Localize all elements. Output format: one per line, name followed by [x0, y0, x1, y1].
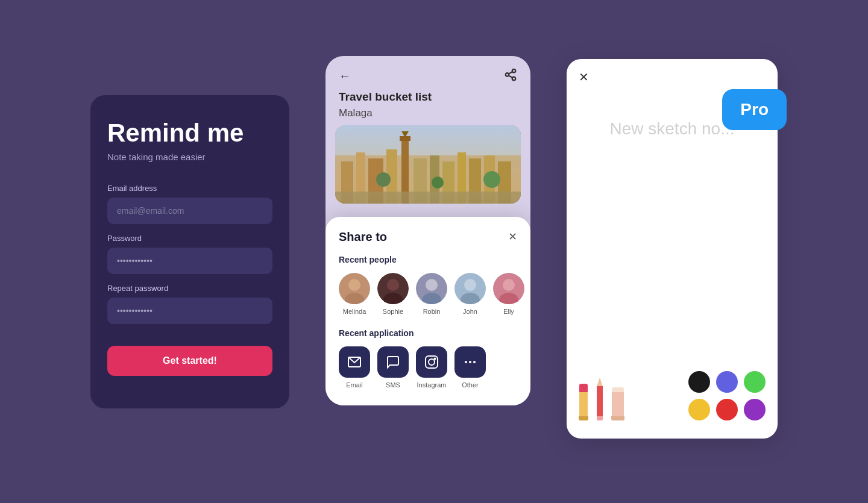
- svg-line-3: [509, 75, 512, 78]
- svg-rect-24: [335, 192, 521, 204]
- person-robin[interactable]: Robin: [416, 273, 447, 315]
- sms-app-icon: [377, 346, 409, 378]
- avatar-sophie: [377, 273, 409, 304]
- person-name: Sophie: [383, 308, 403, 315]
- repeat-label: Repeat password: [107, 284, 272, 293]
- app-name: Email: [346, 381, 363, 389]
- travel-image: [335, 125, 521, 204]
- svg-point-23: [483, 171, 500, 188]
- svg-rect-44: [426, 356, 438, 368]
- app-sms[interactable]: SMS: [377, 346, 409, 389]
- eraser-tool[interactable]: [611, 387, 624, 420]
- avatar-melinda: [339, 273, 370, 304]
- color-yellow[interactable]: [688, 399, 710, 420]
- repeat-password-input[interactable]: [107, 298, 272, 324]
- share-apps-list: Email SMS: [339, 346, 517, 389]
- person-name: John: [463, 308, 477, 315]
- app-instagram[interactable]: Instagram: [416, 346, 447, 389]
- person-elly[interactable]: Elly: [493, 273, 524, 315]
- color-black[interactable]: [688, 371, 710, 393]
- avatar-elly: [493, 273, 524, 304]
- svg-point-49: [473, 361, 476, 363]
- avatar-robin: [416, 273, 447, 304]
- share-people-list: Melinda Sophie: [339, 273, 517, 315]
- pencil-tool[interactable]: [597, 378, 603, 420]
- eraser-body-shape: [612, 392, 624, 416]
- eraser-cap-shape: [612, 387, 624, 392]
- travel-card-wrapper: ← Travel bucket list Malaga: [326, 56, 530, 448]
- pencil-tip-shape: [597, 378, 603, 386]
- svg-point-26: [348, 279, 360, 291]
- repeat-password-group: Repeat password: [107, 284, 272, 324]
- svg-point-45: [429, 359, 435, 365]
- share-icon[interactable]: [504, 68, 517, 84]
- app-name: SMS: [386, 381, 400, 389]
- other-app-icon: [454, 346, 486, 378]
- remind-subtitle: Note taking made easier: [107, 152, 272, 162]
- password-input[interactable]: [107, 248, 272, 274]
- lipstick-body-shape: [579, 392, 588, 416]
- email-label: Email address: [107, 184, 272, 193]
- svg-point-32: [426, 279, 438, 291]
- app-name: Instagram: [417, 381, 447, 389]
- svg-point-35: [464, 279, 476, 291]
- sketch-card-wrapper: ✕ New sketch no...: [567, 59, 778, 445]
- color-violet[interactable]: [744, 399, 766, 420]
- back-icon[interactable]: ←: [339, 69, 351, 83]
- remind-title: Remind me: [107, 119, 272, 147]
- lipstick-tool[interactable]: [579, 384, 588, 420]
- app-other[interactable]: Other: [454, 346, 486, 389]
- recent-people-label: Recent people: [339, 255, 517, 264]
- lipstick-tip-shape: [579, 384, 588, 392]
- person-name: Melinda: [343, 308, 366, 315]
- svg-point-22: [432, 177, 444, 189]
- person-name: Robin: [423, 308, 441, 315]
- svg-line-4: [509, 71, 512, 73]
- travel-card: ← Travel bucket list Malaga: [326, 56, 530, 405]
- email-app-icon: [339, 346, 370, 378]
- email-group: Email address: [107, 184, 272, 224]
- travel-title: Travel bucket list: [326, 90, 530, 107]
- lipstick-base-shape: [579, 416, 588, 420]
- color-purple[interactable]: [716, 371, 738, 393]
- person-john[interactable]: John: [454, 273, 486, 315]
- email-input[interactable]: [107, 198, 272, 224]
- app-email[interactable]: Email: [339, 346, 370, 389]
- svg-point-38: [503, 279, 515, 291]
- person-melinda[interactable]: Melinda: [339, 273, 370, 315]
- color-red[interactable]: [716, 399, 738, 420]
- remind-card: Remind me Note taking made easier Email …: [90, 95, 289, 408]
- password-group: Password: [107, 234, 272, 274]
- share-close-button[interactable]: ✕: [508, 230, 517, 243]
- svg-point-46: [435, 358, 436, 359]
- share-header: Share to ✕: [339, 230, 517, 244]
- sketch-close-button[interactable]: ✕: [579, 70, 589, 84]
- sketch-palette: [688, 371, 766, 420]
- share-modal: Share to ✕ Recent people Melinda: [326, 217, 530, 405]
- password-label: Password: [107, 234, 272, 243]
- svg-point-47: [465, 361, 467, 363]
- travel-city: Malaga: [326, 107, 530, 125]
- recent-apps-label: Recent application: [339, 328, 517, 338]
- share-title: Share to: [339, 230, 387, 244]
- person-sophie[interactable]: Sophie: [377, 273, 409, 315]
- get-started-button[interactable]: Get started!: [107, 346, 272, 376]
- pencil-eraser-shape: [597, 416, 603, 420]
- pencil-shaft-shape: [597, 386, 603, 416]
- pro-badge[interactable]: Pro: [722, 89, 787, 130]
- avatar-john: [454, 273, 486, 304]
- svg-point-21: [376, 172, 391, 187]
- instagram-app-icon: [416, 346, 447, 378]
- svg-point-48: [469, 361, 471, 363]
- svg-point-29: [387, 279, 399, 291]
- sketch-tools: [579, 378, 624, 420]
- color-green[interactable]: [744, 371, 766, 393]
- app-name: Other: [462, 381, 479, 389]
- eraser-base-shape: [611, 416, 624, 420]
- travel-header: ←: [326, 56, 530, 90]
- person-name: Elly: [503, 308, 514, 315]
